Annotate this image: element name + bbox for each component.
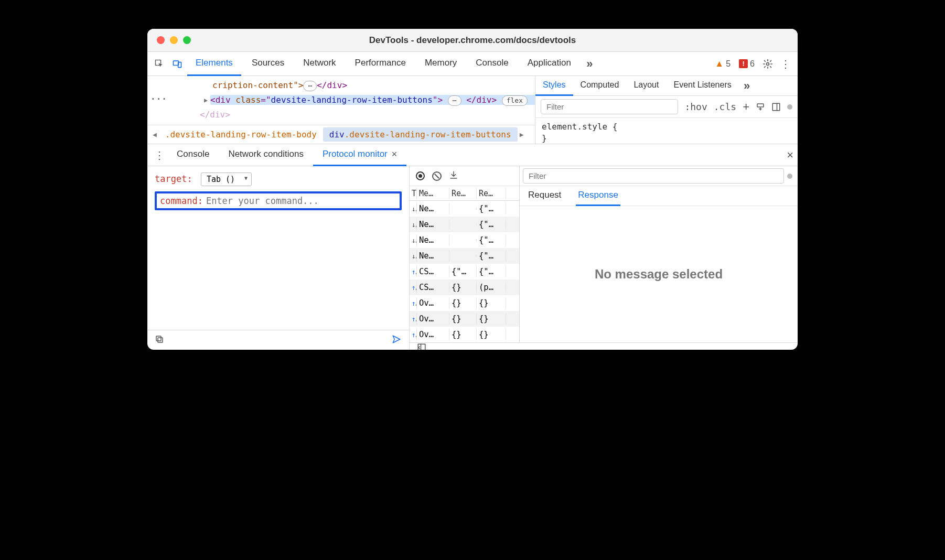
hov-toggle[interactable]: :hov [684,101,707,112]
settings-icon[interactable] [760,56,776,72]
tabs-overflow-icon[interactable]: » [582,56,597,72]
error-number: 6 [750,59,755,69]
svg-rect-5 [772,103,780,111]
target-row: target: Tab () [155,173,402,186]
error-count[interactable]: ! 6 [739,59,755,69]
warning-number: 5 [726,59,731,69]
flex-badge[interactable]: flex [502,95,528,106]
styles-filter-input[interactable] [541,99,678,114]
warning-count[interactable]: ▲ 5 [715,59,731,69]
device-toolbar-icon[interactable] [169,56,185,72]
dom-line[interactable]: cription-content">⋯</div> [163,78,530,93]
dom-tree[interactable]: ... cription-content">⋯</div> ▶ <div cla… [147,76,535,144]
expand-caret-icon[interactable]: ▶ [204,93,208,107]
more-menu-icon[interactable]: ⋮ [778,56,793,72]
tab-elements[interactable]: Elements [187,52,241,76]
minimize-button[interactable] [170,36,178,44]
ellipsis-badge[interactable]: ⋯ [303,81,317,91]
request-response-tabs: Request Response [520,186,798,206]
drawer-tab-protocol-monitor[interactable]: Protocol monitor × [313,144,406,166]
drawer-tab-console[interactable]: Console [167,144,219,166]
toggle-sidebar-icon[interactable] [417,343,426,350]
download-icon[interactable] [449,170,458,182]
breadcrumb-item[interactable]: .devsite-landing-row-item-body [159,127,323,142]
tab-performance[interactable]: Performance [347,52,414,76]
table-row[interactable]: ↑↓Ov…{}{} [410,327,519,342]
warning-icon: ▲ [715,59,724,69]
maximize-button[interactable] [183,36,191,44]
protocol-monitor-panel: target: Tab () command: [147,166,798,350]
traffic-lights [147,36,191,44]
send-icon[interactable] [391,335,402,346]
computed-panel-icon[interactable] [771,102,781,112]
styles-tab-bar: Styles Computed Layout Event Listeners » [535,76,798,96]
ellipsis-badge[interactable]: ⋯ [448,95,461,106]
tab-response[interactable]: Response [576,186,620,206]
drawer-tab-bar: ⋮ Console Network conditions Protocol mo… [147,144,798,166]
tab-computed[interactable]: Computed [573,76,627,96]
target-select[interactable]: Tab () [201,173,252,186]
protocol-detail-pane: Request Response No message selected [520,166,798,342]
crumb-scroll-right-icon[interactable]: ▶ [518,131,526,138]
dom-line-selected[interactable]: ▶ <div class="devsite-landing-row-item-b… [163,93,530,107]
svg-rect-8 [156,336,161,341]
error-icon: ! [739,59,748,68]
tab-request[interactable]: Request [526,186,563,206]
table-row[interactable]: ↑↓CS…{}(p… [410,279,519,295]
crumb-scroll-left-icon[interactable]: ◀ [151,131,159,138]
drawer-tab-network-conditions[interactable]: Network conditions [219,144,313,166]
breadcrumb: ◀ .devsite-landing-row-item-body div.dev… [147,125,535,144]
styles-overflow-icon[interactable]: » [739,78,755,94]
dom-line[interactable]: </div> [163,107,530,122]
close-button[interactable] [157,36,165,44]
flexbox-editor-icon[interactable] [756,102,765,112]
command-input[interactable] [206,196,396,206]
cls-toggle[interactable]: .cls [714,101,736,112]
table-row[interactable]: ↓Ne…{"… [410,201,519,217]
tab-layout[interactable]: Layout [626,76,666,96]
table-row[interactable]: ↑↓Ov…{}{} [410,311,519,327]
devtools-window: DevTools - developer.chrome.com/docs/dev… [147,29,798,350]
filter-status-dot [787,174,792,179]
tab-sources[interactable]: Sources [243,52,293,76]
tab-network[interactable]: Network [295,52,344,76]
styles-rules[interactable]: element.style { } [535,118,798,147]
window-title: DevTools - developer.chrome.com/docs/dev… [147,35,798,46]
copy-icon[interactable] [155,335,164,346]
protocol-left-pane: target: Tab () command: [147,166,410,350]
tab-console[interactable]: Console [467,52,517,76]
styles-sidebar: Styles Computed Layout Event Listeners »… [535,76,798,144]
breadcrumb-item-active[interactable]: div.devsite-landing-row-item-buttons [323,127,518,142]
table-row[interactable]: ↓Ne…{"… [410,217,519,232]
protocol-left-footer [147,330,409,350]
close-drawer-icon[interactable]: × [787,148,793,162]
table-header: T Me… Re… Re… [410,186,519,201]
rendering-emulations-icon[interactable] [787,104,792,110]
titlebar: DevTools - developer.chrome.com/docs/dev… [147,29,798,52]
svg-rect-7 [158,338,163,342]
new-style-rule-icon[interactable]: + [743,100,749,114]
clear-icon[interactable] [432,171,442,181]
table-row[interactable]: ↓Ne…{"… [410,232,519,248]
inspect-icon[interactable] [152,56,167,72]
command-row: command: [155,191,402,210]
tab-event-listeners[interactable]: Event Listeners [666,76,738,96]
drawer-menu-icon[interactable]: ⋮ [152,147,167,163]
table-row[interactable]: ↓Ne…{"… [410,248,519,264]
table-row[interactable]: ↑↓CS…{"…{"… [410,264,519,279]
table-row[interactable]: ↑↓Ov…{}{} [410,295,519,311]
no-message-placeholder: No message selected [520,206,798,342]
protocol-mid-toolbar [410,166,519,186]
elements-panel: ... cription-content">⋯</div> ▶ <div cla… [147,76,798,144]
tab-styles[interactable]: Styles [535,76,573,96]
protocol-footer [410,342,798,350]
main-tab-bar: Elements Sources Network Performance Mem… [147,52,798,76]
svg-point-3 [767,62,769,65]
svg-rect-4 [757,104,764,107]
record-icon[interactable] [416,171,425,180]
tab-application[interactable]: Application [519,52,579,76]
tab-memory[interactable]: Memory [416,52,465,76]
protocol-filter-input[interactable] [523,168,784,184]
protocol-messages-table: T Me… Re… Re… ↓Ne…{"…↓Ne…{"…↓Ne…{"…↓Ne…{… [410,166,520,342]
close-tab-icon[interactable]: × [392,149,398,160]
